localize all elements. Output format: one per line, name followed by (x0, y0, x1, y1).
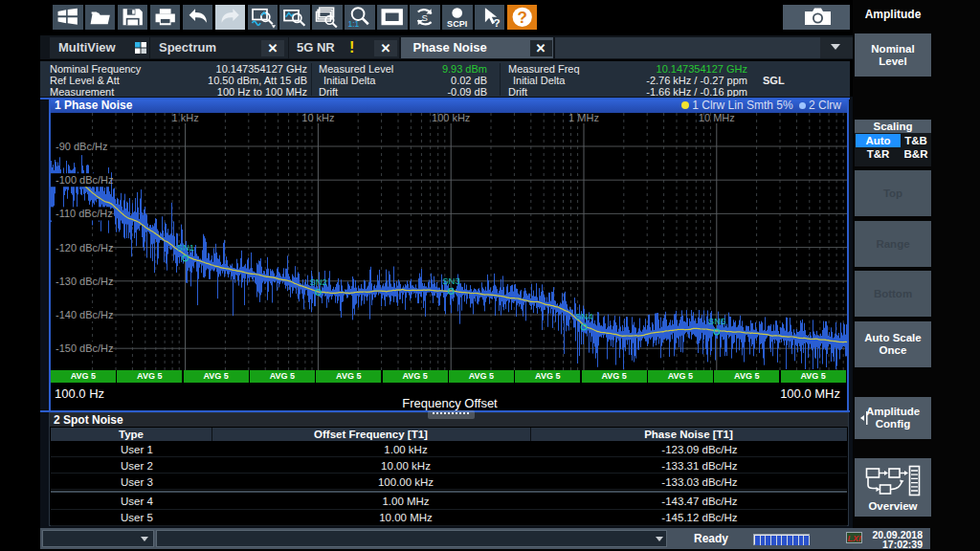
svg-text:?: ? (493, 16, 500, 29)
svg-text:1 kHz: 1 kHz (172, 113, 199, 123)
svg-text:SN2: SN2 (309, 276, 326, 287)
svg-text:-90 dBc/Hz: -90 dBc/Hz (56, 141, 107, 152)
svg-text:-140 dBc/Hz: -140 dBc/Hz (56, 309, 114, 320)
svg-text:1 MHz: 1 MHz (568, 113, 599, 123)
svg-text:S: S (422, 12, 428, 23)
svg-text:SN1: SN1 (177, 242, 194, 253)
svg-text:-110 dBc/Hz: -110 dBc/Hz (56, 208, 113, 219)
svg-text:SCPI: SCPI (447, 19, 467, 29)
svg-text:10 kHz: 10 kHz (301, 113, 334, 123)
svg-text:-130 dBc/Hz: -130 dBc/Hz (56, 276, 114, 287)
svg-text:SN5: SN5 (708, 316, 725, 326)
svg-text:1:1: 1:1 (348, 19, 360, 29)
svg-text:SN3: SN3 (442, 276, 459, 286)
svg-text:-150 dBc/Hz: -150 dBc/Hz (56, 342, 114, 354)
svg-text:?: ? (517, 9, 526, 27)
svg-text:-100 dBc/Hz: -100 dBc/Hz (56, 174, 114, 186)
svg-text:10 MHz: 10 MHz (699, 113, 735, 123)
svg-text:-120 dBc/Hz: -120 dBc/Hz (56, 242, 114, 253)
svg-text:100 kHz: 100 kHz (432, 113, 470, 123)
svg-text:SN4: SN4 (575, 311, 592, 321)
